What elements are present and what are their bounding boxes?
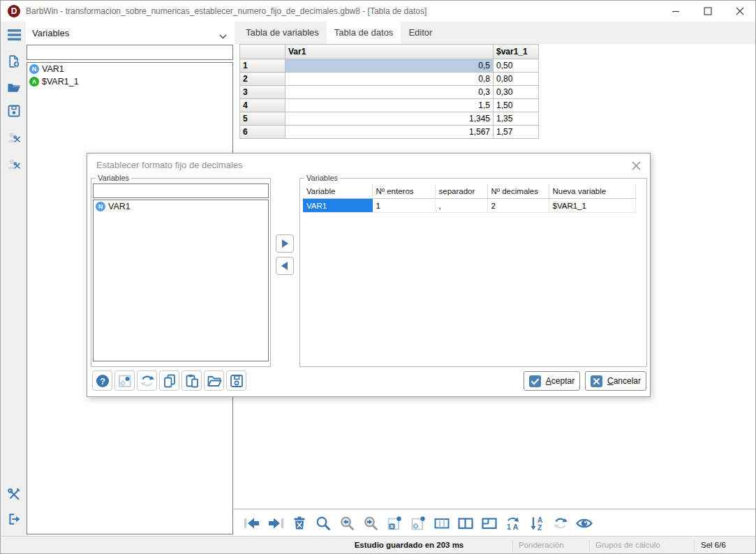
tools-icon — [7, 484, 21, 504]
save-study-button[interactable] — [3, 100, 25, 121]
minimize-button[interactable] — [665, 1, 687, 22]
cell-var1-1[interactable]: 1,50 — [494, 99, 539, 112]
dialog-variables-filter-input[interactable] — [93, 184, 269, 198]
close-button[interactable] — [729, 1, 751, 22]
dialog-close-button[interactable] — [630, 160, 642, 171]
three-columns-icon — [433, 515, 450, 532]
cancel-button[interactable]: Cancelar — [585, 371, 646, 391]
col-enteros[interactable]: Nº enteros — [372, 184, 435, 199]
col-nueva-variable[interactable]: Nueva variable — [549, 184, 635, 199]
row-number[interactable]: 3 — [240, 86, 286, 99]
cell-var1[interactable]: 0,5 — [286, 59, 494, 73]
search-previous-button[interactable] — [337, 513, 356, 534]
remove-variable-button[interactable] — [276, 257, 294, 275]
svg-text:1A: 1A — [507, 523, 520, 531]
panel-gear-icon — [410, 515, 427, 532]
menu-button[interactable] — [3, 24, 25, 45]
row-number[interactable]: 5 — [240, 112, 286, 126]
sort-custom-button[interactable]: 1A — [503, 513, 522, 534]
redo-button[interactable] — [137, 370, 157, 391]
cell-var1[interactable]: 0,3 — [286, 86, 494, 99]
row-number[interactable]: 1 — [240, 59, 286, 73]
cell-var1[interactable]: 1,567 — [286, 126, 494, 139]
split-view-button[interactable] — [456, 513, 475, 534]
load-settings-button[interactable] — [204, 370, 224, 391]
cell-nueva-variable[interactable]: $VAR1_1 — [549, 199, 635, 213]
variable-label: VAR1 — [42, 64, 64, 74]
save-settings-button[interactable] — [226, 370, 246, 391]
tab-editor[interactable]: Editor — [401, 22, 440, 44]
file-plus-icon — [7, 52, 21, 71]
row-number[interactable]: 2 — [240, 73, 286, 86]
cell-enteros[interactable]: 1 — [372, 199, 435, 213]
cell-var1-1[interactable]: 1,35 — [494, 112, 539, 126]
example-button[interactable] — [114, 370, 135, 391]
paste-button[interactable] — [181, 370, 202, 391]
cell-var1-1[interactable]: 0,50 — [494, 59, 539, 73]
cell-var1-1[interactable]: 1,57 — [494, 126, 539, 139]
open-study-button[interactable] — [3, 77, 25, 98]
search-forward-icon — [362, 515, 379, 532]
tab-tabla-de-datos[interactable]: Tabla de datos — [327, 22, 401, 44]
cell-var1-1[interactable]: 0,80 — [494, 73, 539, 86]
sort-numeric-icon: 1A — [504, 515, 522, 532]
col-decimales[interactable]: Nº decimales — [487, 184, 549, 199]
ponderacion-toggle[interactable]: Ponderación — [519, 541, 564, 549]
search-next-button[interactable] — [361, 513, 380, 534]
go-first-button[interactable] — [242, 513, 261, 534]
maximize-icon — [704, 7, 712, 15]
user-tools-button-1[interactable] — [3, 127, 25, 148]
cell-var1[interactable]: 1,345 — [286, 112, 494, 126]
new-study-button[interactable] — [3, 51, 25, 72]
variables-filter-input[interactable] — [27, 45, 233, 60]
cell-var1[interactable]: 1,5 — [286, 99, 494, 112]
user-tools-button-2[interactable] — [3, 154, 25, 174]
corner-header[interactable] — [240, 45, 286, 59]
search-button[interactable] — [313, 513, 332, 534]
columns-view-button[interactable] — [432, 513, 451, 534]
grupos-calculo-toggle[interactable]: Grupos de cálculo — [595, 541, 660, 549]
sort-az-button[interactable]: A Z — [527, 513, 546, 534]
cell-var1-1[interactable]: 0,30 — [494, 86, 539, 99]
accept-button[interactable]: Aceptar — [524, 371, 580, 391]
check-icon — [529, 375, 541, 387]
col-variable[interactable]: Variable — [303, 184, 372, 199]
dialog-title: Establecer formato fijo de decimales — [96, 160, 243, 170]
two-panes-icon — [457, 515, 474, 532]
go-last-button[interactable] — [266, 513, 285, 534]
corner-view-button[interactable] — [480, 513, 498, 534]
variable-list-item[interactable]: N VAR1 — [27, 63, 232, 75]
app-logo-icon: D — [8, 5, 20, 17]
cell-decimales[interactable]: 2 — [487, 199, 549, 213]
add-variable-button[interactable] — [276, 234, 294, 253]
variable-list-item[interactable]: A $VAR1_1 — [27, 75, 232, 88]
settings-button[interactable] — [3, 484, 25, 504]
bottom-toolbar: 1A A Z — [242, 511, 593, 536]
copy-button[interactable] — [159, 370, 179, 391]
column-header-var1[interactable]: Var1 — [286, 45, 494, 59]
delete-rows-button[interactable] — [290, 513, 309, 534]
row-number[interactable]: 6 — [240, 126, 286, 139]
search-icon — [315, 515, 332, 532]
dialog-variable-item[interactable]: N VAR1 — [94, 200, 268, 213]
maximize-button[interactable] — [697, 1, 719, 22]
status-divider — [512, 540, 513, 552]
help-icon: ? — [94, 373, 111, 389]
help-button[interactable]: ? — [92, 370, 112, 391]
exit-button[interactable] — [3, 509, 25, 530]
cell-var1[interactable]: 0,8 — [286, 73, 494, 86]
svg-text:Z: Z — [538, 524, 542, 532]
minimize-icon — [672, 7, 680, 15]
table-row: 6 1,567 1,57 — [240, 126, 539, 139]
cell-separador[interactable]: , — [435, 199, 487, 213]
preview-button[interactable] — [575, 513, 593, 534]
col-separador[interactable]: separador — [435, 184, 487, 199]
cell-variable[interactable]: VAR1 — [303, 199, 372, 213]
delete-variable-button[interactable] — [385, 513, 403, 534]
row-number[interactable]: 4 — [240, 99, 286, 112]
tab-tabla-de-variables[interactable]: Tabla de variables — [238, 22, 327, 44]
column-header-var1-1[interactable]: $var1_1 — [494, 45, 539, 59]
variable-settings-button[interactable] — [408, 513, 427, 534]
refresh-button[interactable] — [551, 513, 570, 534]
variables-combo[interactable]: Variables — [26, 22, 235, 44]
